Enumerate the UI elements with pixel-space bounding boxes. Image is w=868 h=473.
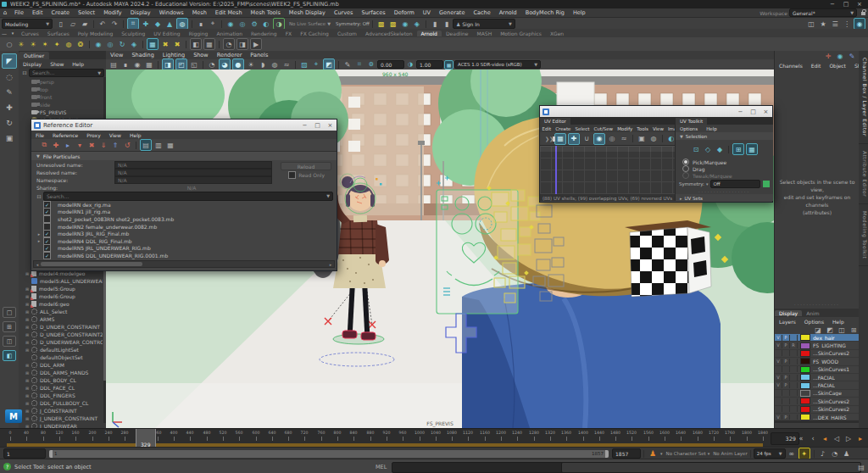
- uv-grab-icon[interactable]: ◉: [593, 133, 605, 145]
- layer-row-dex-hair[interactable]: VPdex_hair: [775, 334, 860, 342]
- file-particulars-header[interactable]: File Particulars: [43, 153, 81, 159]
- gamma-field[interactable]: 1.00: [416, 60, 443, 69]
- two-d-pan-zoom-icon[interactable]: ◰: [175, 58, 187, 70]
- uv-select-island-icon[interactable]: ▦: [746, 143, 758, 155]
- outliner-item-top[interactable]: top: [19, 86, 106, 93]
- expand-icon[interactable]: ⊞: [25, 393, 31, 398]
- menu-help[interactable]: Help: [125, 132, 146, 138]
- mesh-light-icon[interactable]: ✶: [40, 39, 50, 49]
- reference-cell[interactable]: [790, 335, 798, 341]
- anim-snapshot-icon[interactable]: ◈: [412, 19, 422, 29]
- layer-row-skincurves2[interactable]: ...SkinCurves2: [775, 406, 860, 414]
- expand-icon[interactable]: ⊞: [25, 378, 31, 383]
- shelf-options-icon[interactable]: ○: [4, 39, 14, 49]
- visibility-cell[interactable]: [775, 350, 782, 356]
- outliner-item-ddl-fullbody-cl[interactable]: ⊞DDL_FULLBODY_CL: [19, 399, 103, 407]
- channel-speed-icon[interactable]: ◉: [835, 51, 845, 61]
- fp-value-field[interactable]: N/A: [114, 161, 272, 169]
- step-back-frame-icon[interactable]: ◂: [820, 433, 830, 443]
- reference-row[interactable]: modelRN2 female_underwear.0082.mb: [35, 223, 337, 231]
- menu-surfaces[interactable]: Surfaces: [358, 9, 390, 16]
- reference-row[interactable]: modelRN5 JRL_UNDERWEAR_RIG.mb: [35, 245, 337, 253]
- layer-color-swatch[interactable]: [800, 406, 810, 413]
- expand-icon[interactable]: ⊞: [25, 309, 31, 314]
- menu-display[interactable]: Display: [126, 9, 155, 16]
- flat-shade-icon[interactable]: ◧: [190, 38, 202, 50]
- uv-sew-icon[interactable]: ∪: [581, 134, 592, 144]
- outliner-tab[interactable]: Outliner: [19, 52, 49, 59]
- outliner-item-j-under-constraint[interactable]: ⊞J_UNDER_CONSTRAINT: [19, 415, 103, 422]
- layer-tab-display[interactable]: Display: [775, 310, 802, 316]
- highlight-selection-icon[interactable]: ⌖: [208, 19, 218, 29]
- layer-scrollbar[interactable]: [775, 420, 860, 423]
- workspace-lock-icon[interactable]: [861, 12, 865, 15]
- play-backwards-icon[interactable]: ◁: [832, 433, 842, 443]
- textured-icon[interactable]: ●: [232, 58, 244, 70]
- go-to-start-icon[interactable]: «: [796, 433, 806, 443]
- layer-row-facial[interactable]: VP...FACIAL: [775, 374, 860, 381]
- menu-windows[interactable]: Windows: [155, 9, 188, 16]
- menu-cut-sew[interactable]: Cut/Sew: [592, 126, 615, 131]
- outliner-item-ddl-face-cl[interactable]: ⊞DDL_FACE_CL: [19, 384, 103, 392]
- menu-renderer[interactable]: Renderer: [213, 52, 247, 58]
- tab-surfaces[interactable]: Surfaces: [43, 31, 74, 36]
- fp-value-field[interactable]: N/A: [114, 176, 272, 184]
- range-slider-track[interactable]: 1 1857: [49, 450, 609, 458]
- physical-sky-icon[interactable]: ❂: [75, 39, 86, 49]
- mute-audio-icon[interactable]: ♪: [818, 448, 828, 459]
- reference-row[interactable]: shot2_pocket_0083RN shot2_pocket.0083.mb: [35, 215, 337, 223]
- select-tool-icon[interactable]: ◤: [2, 53, 17, 69]
- radio-pick-marquee[interactable]: Pick/Marquee: [676, 159, 773, 165]
- symmetry-label[interactable]: Symmetry: Off: [336, 21, 370, 26]
- uv-select-edge-icon[interactable]: ◇: [703, 144, 713, 154]
- reload-button[interactable]: Reload: [281, 162, 331, 170]
- visibility-cell[interactable]: V: [775, 415, 782, 420]
- menu-object[interactable]: Object: [825, 63, 850, 69]
- shadows-icon[interactable]: ◗: [258, 59, 268, 70]
- reference-loaded-checkbox[interactable]: [43, 252, 51, 259]
- uv-lattice-icon[interactable]: ▦: [554, 133, 566, 145]
- expand-icon[interactable]: ⊞: [25, 348, 31, 353]
- xray-icon[interactable]: ▨: [299, 59, 309, 70]
- menu-create[interactable]: Create: [554, 126, 573, 131]
- tab-deadline[interactable]: Deadline: [442, 31, 473, 36]
- import-objects-icon[interactable]: ⇓: [98, 140, 108, 150]
- bookmarks-icon[interactable]: ▦: [144, 59, 154, 70]
- save-scene-icon[interactable]: ▰: [80, 19, 90, 29]
- uv-editor-tab[interactable]: UV Editor: [540, 118, 570, 125]
- motion-blur-icon[interactable]: ≈: [281, 59, 292, 70]
- visibility-cell[interactable]: V: [775, 342, 782, 348]
- menu-edit[interactable]: Edit: [28, 9, 47, 16]
- playback-cell[interactable]: [782, 390, 790, 396]
- tab-xgen[interactable]: XGen: [546, 31, 568, 36]
- utility-b-icon[interactable]: ◨: [236, 38, 248, 50]
- export-objects-icon[interactable]: ⇑: [110, 140, 120, 150]
- reference-search-input[interactable]: Search...▼: [43, 192, 333, 201]
- uv-pinch-icon[interactable]: ◎: [607, 134, 617, 144]
- visibility-cell[interactable]: [775, 398, 782, 404]
- minimize-button[interactable]: −: [826, 1, 839, 8]
- reference-row[interactable]: modelRN1 jill_rig.ma: [35, 209, 337, 216]
- playblast-icon[interactable]: ◉: [400, 19, 410, 29]
- menu-generate[interactable]: Generate: [435, 9, 469, 16]
- uv-image-display-icon[interactable]: ◍: [648, 134, 659, 144]
- uv-sets-header[interactable]: UV Sets: [685, 196, 703, 201]
- menu-curves[interactable]: Curves: [330, 9, 358, 16]
- menu-tools[interactable]: Tools: [635, 126, 651, 131]
- uv-editor-titlebar[interactable]: − □ ×: [540, 106, 772, 117]
- colorspace-select[interactable]: ACES 1.0 SDR-video (sRGB)▼: [454, 60, 541, 69]
- outliner-item-front[interactable]: front: [19, 93, 106, 101]
- outliner-item-all-select[interactable]: ⊞ALL_Select: [19, 308, 103, 315]
- tab-motion-graphics[interactable]: Motion Graphics: [496, 31, 546, 36]
- lasso-tool-icon[interactable]: ◌: [3, 70, 16, 84]
- exposure-icon[interactable]: ⚙: [366, 59, 376, 70]
- menu-panels[interactable]: Panels: [246, 52, 272, 58]
- snap-to-curve-icon[interactable]: ✚: [141, 19, 151, 29]
- menu-edit[interactable]: Edit: [807, 63, 826, 69]
- layer-color-swatch[interactable]: [800, 334, 810, 341]
- playback-cell[interactable]: P: [782, 415, 790, 420]
- visibility-cell[interactable]: [775, 366, 782, 372]
- outliner-item-model6-geo[interactable]: ⊞model6:geo: [19, 300, 103, 308]
- menu-arnold[interactable]: Arnold: [495, 9, 521, 16]
- visibility-cell[interactable]: V: [775, 375, 782, 381]
